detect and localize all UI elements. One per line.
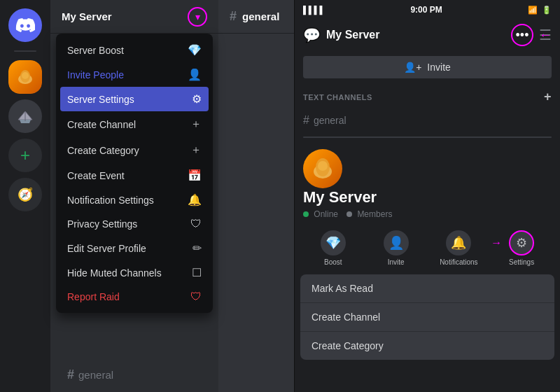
server-boost-label: Server Boost — [67, 45, 124, 56]
mobile-menu-arrow: ← — [539, 28, 552, 43]
edit-server-profile-label: Edit Server Profile — [67, 243, 146, 254]
menu-item-report-raid[interactable]: Report Raid 🛡 — [60, 285, 209, 309]
menu-item-create-channel[interactable]: Create Channel ＋ — [60, 111, 209, 137]
mobile-channel-name: general — [314, 115, 346, 126]
menu-item-server-settings[interactable]: Server Settings ⚙ — [60, 87, 209, 111]
online-status: Online — [303, 209, 338, 219]
report-icon: 🛡 — [190, 290, 202, 303]
settings-action-icon: → ⚙ — [509, 230, 534, 255]
menu-item-create-category[interactable]: Create Category ＋ — [60, 137, 209, 163]
mobile-divider — [303, 136, 552, 138]
boost-icon: 💎 — [188, 43, 202, 57]
invite-action-icon: 👤 — [384, 230, 409, 255]
notification-settings-label: Notification Settings — [67, 195, 154, 206]
explore-icon[interactable]: 🧭 — [8, 178, 42, 211]
menu-item-privacy-settings[interactable]: Privacy Settings 🛡 — [60, 212, 209, 236]
mobile-action-bar: 💎 Boost 👤 Invite 🔔 Notifications → ⚙ Set… — [295, 225, 560, 272]
server-settings-label: Server Settings — [67, 94, 134, 105]
mobile-create-category-label: Create Category — [312, 340, 384, 351]
wifi-icon: 📶 — [528, 6, 538, 15]
my-server-icon[interactable]: → — [8, 60, 42, 94]
mobile-server-profile: My Server Online Members — [295, 144, 560, 225]
sidebar-separator — [14, 50, 36, 52]
mobile-header-left: 💬 My Server — [303, 27, 380, 43]
more-dots-icon: ••• — [516, 28, 529, 43]
invite-icon-glyph: 👤 — [388, 235, 404, 251]
left-panel: → + 🧭 My Server ▾ — [0, 0, 294, 392]
members-dot — [346, 211, 352, 217]
members-status: Members — [346, 209, 392, 219]
invite-action-label: Invite — [388, 258, 405, 266]
mobile-status-row: Online Members — [303, 209, 392, 219]
mobile-text-channels-header: TEXT CHANNELS + — [295, 84, 560, 110]
menu-item-invite-people[interactable]: Invite People 👤 — [60, 62, 209, 87]
mobile-signal-icons: ▌▌▌▌ — [303, 6, 325, 14]
privacy-settings-label: Privacy Settings — [67, 218, 137, 230]
channel-list-area: # general — [50, 358, 218, 392]
channel-item-general[interactable]: # general — [56, 363, 213, 386]
mobile-create-channel-label: Create Channel — [312, 312, 380, 323]
notification-icon: 🔔 — [188, 193, 202, 206]
mobile-channel-general[interactable]: # general — [295, 110, 560, 131]
menu-item-notification-settings[interactable]: Notification Settings 🔔 — [60, 188, 209, 212]
mobile-settings-action[interactable]: → ⚙ Settings — [499, 230, 544, 266]
notifications-action-icon: 🔔 — [446, 230, 471, 255]
privacy-icon: 🛡 — [190, 218, 202, 230]
server-name-label: My Server — [62, 10, 112, 22]
mobile-server-title: My Server — [303, 188, 377, 206]
mobile-hash-icon: # — [303, 114, 309, 127]
menu-item-create-event[interactable]: Create Event 📅 — [60, 163, 209, 188]
boost-icon-glyph: 💎 — [326, 235, 341, 251]
channel-hash-icon: # — [230, 9, 237, 24]
main-chat-area: # general — [218, 0, 294, 392]
mobile-create-channel[interactable]: Create Channel — [300, 303, 554, 332]
settings-action-label: Settings — [509, 258, 534, 266]
settings-icon-glyph: ⚙ — [516, 235, 527, 251]
menu-item-edit-server-profile[interactable]: Edit Server Profile ✏ — [60, 236, 209, 260]
server-dropdown-menu: Server Boost 💎 Invite People 👤 Server Se… — [56, 34, 213, 313]
mobile-header: 💬 My Server ••• ← ☰ — [295, 20, 560, 50]
mobile-create-category[interactable]: Create Category — [300, 332, 554, 360]
notifications-icon-glyph: 🔔 — [451, 235, 466, 251]
svg-point-2 — [22, 72, 29, 79]
mobile-header-actions: ••• ← ☰ — [511, 24, 552, 46]
hash-icon: # — [67, 368, 74, 382]
text-channels-label: TEXT CHANNELS — [303, 93, 372, 102]
create-category-icon: ＋ — [190, 143, 202, 158]
boat-server-icon[interactable] — [8, 99, 42, 133]
create-event-icon: 📅 — [188, 169, 202, 182]
discord-home-icon[interactable] — [8, 8, 42, 42]
invite-people-label: Invite People — [67, 69, 124, 80]
edit-icon: ✏ — [192, 241, 202, 255]
mobile-boost-action[interactable]: 💎 Boost — [311, 230, 356, 266]
mobile-invite-action[interactable]: 👤 Invite — [374, 230, 419, 266]
add-server-icon[interactable]: + — [8, 139, 42, 172]
mobile-chat-icon[interactable]: 💬 — [303, 27, 321, 43]
invite-label: Invite — [427, 62, 450, 73]
mobile-menu-list: Mark As Read Create Channel Create Categ… — [300, 274, 554, 360]
status-time: 9:00 PM — [410, 5, 442, 15]
report-raid-label: Report Raid — [67, 291, 120, 302]
mobile-server-name: My Server — [326, 29, 380, 41]
mobile-notifications-action[interactable]: 🔔 Notifications — [436, 230, 481, 266]
invite-person-icon: 👤+ — [404, 62, 421, 73]
add-channel-icon[interactable]: + — [544, 90, 552, 104]
mobile-more-button[interactable]: ••• ← — [511, 24, 533, 46]
menu-item-hide-muted-channels[interactable]: Hide Muted Channels ☐ — [60, 260, 209, 285]
channel-name-header: general — [242, 10, 279, 22]
svg-point-6 — [318, 161, 328, 171]
mobile-invite-button[interactable]: 👤+ Invite — [303, 56, 552, 78]
hide-muted-icon: ☐ — [192, 266, 202, 279]
right-panel-mobile: ▌▌▌▌ 9:00 PM 📶 🔋 💬 My Server ••• ← ☰ 👤+ … — [294, 0, 560, 392]
server-channel-area: My Server ▾ Server Boost 💎 Invite People… — [50, 0, 218, 392]
battery-icon: 🔋 — [542, 6, 552, 15]
main-chat-header: # general — [218, 0, 294, 34]
menu-item-server-boost[interactable]: Server Boost 💎 — [60, 38, 209, 62]
server-sidebar: → + 🧭 — [0, 0, 50, 392]
server-header: My Server ▾ — [50, 0, 218, 34]
settings-arrow: → — [491, 237, 502, 249]
server-chevron-button[interactable]: ▾ — [188, 7, 207, 27]
chevron-icon: ▾ — [195, 11, 200, 22]
mobile-mark-as-read[interactable]: Mark As Read — [300, 274, 554, 303]
invite-icon: 👤 — [188, 68, 202, 81]
